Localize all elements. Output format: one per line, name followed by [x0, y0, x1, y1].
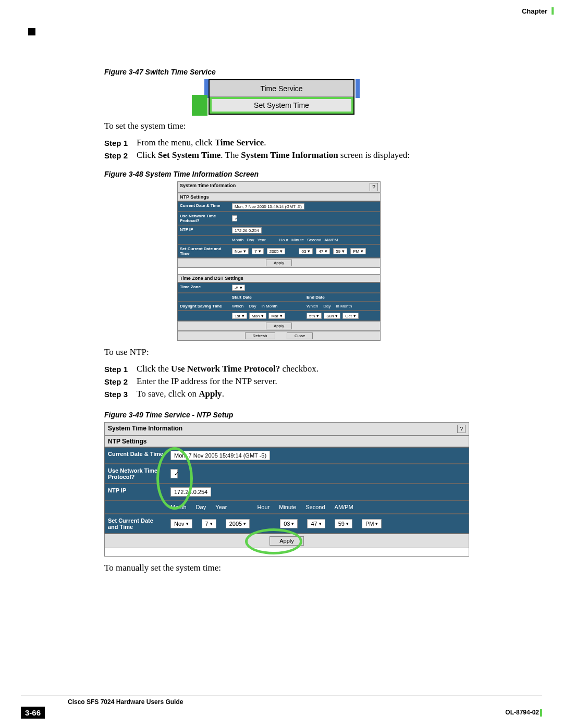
chapter-label: Chapter — [522, 7, 547, 15]
step-b3: Step 3 To save, click on Apply. — [104, 389, 532, 399]
use-ntp-checkbox[interactable]: ✓ — [232, 215, 237, 221]
apply-row: Apply — [177, 258, 381, 268]
page-footer: Cisco SFS 7024 Hardware Users Guide 3-66… — [0, 696, 563, 719]
intro-manual-set: To manually set the system time: — [104, 563, 532, 573]
page-header: Chapter — [522, 7, 554, 15]
figure-48-caption: Figure 3-48 System Time Information Scre… — [104, 170, 532, 178]
section-tz-dst: Time Zone and DST Settings — [177, 274, 381, 282]
minute-select[interactable]: 47 — [316, 248, 330, 254]
step-text: Click the Use Network Time Protocol? che… — [137, 364, 319, 374]
hour-select[interactable]: 03 — [280, 519, 298, 528]
dst-start-day[interactable]: Mon — [249, 313, 267, 319]
month-select[interactable]: Nov — [170, 519, 192, 528]
page: Chapter Figure 3-47 Switch Time Service … — [0, 0, 563, 728]
row-set-date: Set Current Date and Time Nov 7 2005 03 … — [104, 514, 469, 534]
menu-set-system-time[interactable]: Set System Time — [210, 97, 353, 114]
menu-time-service[interactable]: Time Service — [210, 80, 353, 97]
footer-accent — [540, 709, 542, 717]
page-number: 3-66 — [21, 707, 45, 719]
row-current-datetime: Current Date & Time Mon, 7 Nov 2005 15:4… — [177, 201, 381, 212]
refresh-button[interactable]: Refresh — [245, 332, 275, 339]
step-text: From the menu, click Time Service. — [137, 138, 266, 148]
row-use-ntp: Use Network Time Protocol? ✓ — [104, 464, 469, 484]
step-a1: Step 1 From the menu, click Time Service… — [104, 138, 532, 148]
step-text: To save, click on Apply. — [137, 389, 224, 399]
figure-49-caption: Figure 3-49 Time Service - NTP Setup — [104, 411, 532, 419]
step-label: Step 1 — [104, 138, 137, 148]
current-datetime-field: Mon, 7 Nov 2005 15:49:14 (GMT -5) — [170, 451, 270, 460]
dialog-title-bar: System Time Information ? — [177, 181, 381, 193]
intro-set-time: To set the system time: — [104, 121, 532, 131]
ntp-ip-input[interactable]: 172.26.0.254 — [232, 227, 262, 233]
step-label: Step 1 — [104, 364, 137, 374]
dst-end-month[interactable]: Oct — [342, 313, 358, 319]
end-date-label: End Date — [307, 295, 378, 300]
help-icon[interactable]: ? — [370, 183, 378, 191]
row-set-date-header: Month Day Year Hour Minute Second AM/PM — [104, 500, 469, 514]
corner-marker — [28, 28, 35, 35]
dst-end-day[interactable]: Sun — [324, 313, 340, 319]
figure-47: Time Service Set System Time — [209, 79, 354, 115]
refresh-close-row: Refresh Close — [177, 331, 381, 341]
row-ntp-ip: NTP IP 172.26.0.254 — [177, 225, 381, 236]
dialog-title-bar: System Time Information ? — [104, 422, 469, 436]
ampm-select[interactable]: PM — [350, 248, 366, 254]
section-ntp: NTP Settings — [104, 436, 469, 447]
dst-end-which[interactable]: 5th — [307, 313, 322, 319]
second-select[interactable]: 59 — [335, 519, 352, 528]
figure-49-dialog: System Time Information ? NTP Settings C… — [104, 422, 469, 557]
close-button[interactable]: Close — [287, 332, 313, 339]
row-timezone: Time Zone -5 — [177, 282, 381, 293]
second-select[interactable]: 59 — [333, 248, 347, 254]
year-select[interactable]: 2005 — [226, 519, 250, 528]
intro-use-ntp: To use NTP: — [104, 347, 532, 357]
ampm-select[interactable]: PM — [362, 519, 382, 528]
timezone-select[interactable]: -5 — [232, 285, 245, 291]
dialog-title: System Time Information — [180, 183, 236, 191]
step-b2: Step 2 Enter the IP address for the NTP … — [104, 376, 532, 387]
step-label: Step 3 — [104, 389, 137, 399]
step-a2: Step 2 Click Set System Time. The System… — [104, 150, 532, 161]
dst-start-month[interactable]: Mar — [268, 313, 285, 319]
row-set-date-header: Month Day Year Hour Minute Second AM/PM — [177, 236, 381, 244]
content-area: Figure 3-47 Switch Time Service Time Ser… — [104, 68, 532, 579]
step-text: Enter the IP address for the NTP server. — [137, 376, 277, 387]
footer-doc-number: OL-8794-02 — [505, 709, 542, 717]
day-select[interactable]: 7 — [202, 519, 216, 528]
row-set-date: Set Current Date and Time Nov 7 2005 03 … — [177, 244, 381, 258]
start-date-label: Start Date — [232, 295, 303, 300]
header-accent — [552, 7, 554, 15]
minute-select[interactable]: 47 — [307, 519, 325, 528]
highlight-marker — [192, 95, 207, 116]
row-current-datetime: Current Date & Time Mon, 7 Nov 2005 15:4… — [104, 447, 469, 464]
apply-button[interactable]: Apply — [266, 323, 292, 329]
row-dst-sections: Start Date End Date — [177, 293, 381, 302]
row-use-ntp: Use Network Time Protocol? ✓ — [177, 212, 381, 225]
row-dst-header: Daylight Saving Time Which Day in Month … — [177, 302, 381, 311]
figure-47-caption: Figure 3-47 Switch Time Service — [104, 68, 532, 76]
figure-48-dialog: System Time Information ? NTP Settings C… — [177, 181, 381, 341]
dialog-title: System Time Information — [108, 425, 182, 433]
day-select[interactable]: 7 — [252, 248, 263, 254]
help-icon[interactable]: ? — [457, 425, 466, 433]
step-b1: Step 1 Click the Use Network Time Protoc… — [104, 364, 532, 374]
step-label: Step 2 — [104, 376, 137, 387]
year-select[interactable]: 2005 — [267, 248, 286, 254]
step-label: Step 2 — [104, 150, 137, 161]
section-ntp: NTP Settings — [177, 193, 381, 201]
ntp-ip-input[interactable]: 172.26.0.254 — [170, 487, 211, 497]
step-text: Click Set System Time. The System Time I… — [137, 150, 410, 161]
row-ntp-ip: NTP IP 172.26.0.254 — [104, 484, 469, 500]
apply-button[interactable]: Apply — [266, 260, 292, 266]
apply-row-2: Apply — [177, 321, 381, 331]
month-select[interactable]: Nov — [232, 248, 249, 254]
current-datetime-field: Mon, 7 Nov 2005 15:49:14 (GMT -5) — [232, 203, 304, 209]
apply-button[interactable]: Apply — [270, 536, 304, 546]
apply-row: Apply — [104, 534, 469, 548]
use-ntp-checkbox[interactable]: ✓ — [170, 469, 178, 478]
row-dst-values: 1st Mon Mar 5th Sun Oct — [177, 311, 381, 321]
footer-guide-title: Cisco SFS 7024 Hardware Users Guide — [68, 698, 542, 706]
decor-bar — [356, 79, 360, 98]
dst-start-which[interactable]: 1st — [232, 313, 247, 319]
hour-select[interactable]: 03 — [299, 248, 313, 254]
